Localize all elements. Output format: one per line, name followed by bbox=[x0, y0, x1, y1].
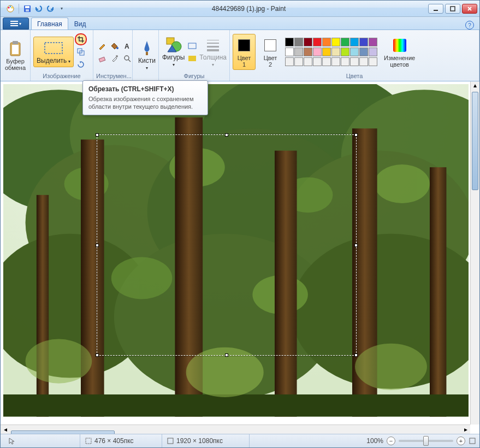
color1-button[interactable]: Цвет 1 bbox=[233, 34, 256, 70]
svg-rect-13 bbox=[13, 41, 18, 44]
tab-home[interactable]: Главная bbox=[31, 17, 68, 30]
svg-rect-61 bbox=[168, 438, 173, 444]
redo-icon[interactable] bbox=[46, 4, 55, 13]
zoom-label: 100% bbox=[366, 437, 383, 445]
color-swatch[interactable] bbox=[285, 48, 294, 56]
text-tool-icon[interactable]: A bbox=[121, 40, 133, 52]
color-swatch[interactable] bbox=[359, 38, 368, 46]
svg-rect-55 bbox=[430, 167, 446, 416]
color-swatch[interactable] bbox=[313, 48, 322, 56]
select-button[interactable]: Выделить ▾ bbox=[33, 37, 74, 67]
eraser-tool-icon[interactable] bbox=[96, 52, 108, 64]
statusbar: 476 × 405пкс 1920 × 1080пкс 100% − + bbox=[1, 434, 479, 447]
fill-tool-icon[interactable] bbox=[109, 40, 121, 52]
file-menu-button[interactable]: ▾ bbox=[3, 17, 29, 30]
color-swatch[interactable] bbox=[331, 48, 340, 56]
color-swatch[interactable] bbox=[350, 48, 359, 56]
color-swatch[interactable] bbox=[369, 57, 377, 66]
color-swatch[interactable] bbox=[350, 38, 359, 46]
color-swatch[interactable] bbox=[341, 48, 349, 56]
svg-rect-23 bbox=[146, 52, 148, 55]
svg-rect-62 bbox=[470, 438, 475, 444]
color-swatch[interactable] bbox=[285, 57, 294, 66]
edit-colors-button[interactable]: Изменение цветов bbox=[381, 34, 418, 70]
horizontal-scrollbar[interactable]: ◂ ▸ bbox=[1, 425, 470, 434]
resize-button[interactable] bbox=[75, 46, 87, 58]
zoom-out-button[interactable]: − bbox=[387, 437, 395, 445]
svg-rect-15 bbox=[45, 43, 62, 54]
qat-customize-icon[interactable]: ▾ bbox=[57, 4, 66, 13]
pencil-tool-icon[interactable] bbox=[96, 40, 108, 52]
zoom-control: 100% − + bbox=[366, 437, 476, 445]
color-swatch[interactable] bbox=[341, 57, 349, 66]
shape-fill-icon[interactable] bbox=[186, 52, 198, 64]
crop-button[interactable] bbox=[75, 33, 87, 45]
svg-rect-10 bbox=[10, 23, 18, 24]
color-swatch[interactable] bbox=[304, 38, 312, 46]
canvas-area[interactable]: ◂ ▸ ▴ bbox=[1, 81, 479, 434]
zoom-in-button[interactable]: + bbox=[457, 437, 465, 445]
color-swatch[interactable] bbox=[304, 57, 312, 66]
color-swatch[interactable] bbox=[322, 38, 331, 46]
rotate-button[interactable] bbox=[75, 58, 87, 70]
svg-point-57 bbox=[26, 339, 92, 384]
save-icon[interactable] bbox=[23, 4, 32, 13]
ribbon-tabs: ▾ Главная Вид ? bbox=[1, 17, 479, 30]
color-swatch[interactable] bbox=[285, 38, 294, 46]
picker-tool-icon[interactable] bbox=[109, 52, 121, 64]
color2-button[interactable]: Цвет 2 bbox=[259, 34, 282, 70]
svg-rect-14 bbox=[12, 45, 19, 54]
selection-rect[interactable] bbox=[97, 134, 357, 356]
zoom-slider[interactable] bbox=[399, 440, 453, 442]
svg-rect-5 bbox=[25, 6, 29, 8]
svg-point-22 bbox=[125, 56, 129, 60]
svg-rect-20 bbox=[99, 57, 105, 62]
vertical-scrollbar[interactable]: ▴ bbox=[470, 81, 479, 425]
cursor-pos-section bbox=[4, 434, 80, 447]
color-swatch[interactable] bbox=[341, 38, 349, 46]
color-swatch[interactable] bbox=[359, 57, 368, 66]
help-icon[interactable]: ? bbox=[465, 21, 474, 30]
color-swatch[interactable] bbox=[359, 48, 368, 56]
minimize-button[interactable] bbox=[428, 4, 443, 14]
close-button[interactable] bbox=[462, 4, 477, 14]
color-swatch[interactable] bbox=[294, 57, 303, 66]
ribbon: Буфер обмена Выделить ▾ bbox=[1, 30, 479, 81]
maximize-button[interactable] bbox=[445, 4, 460, 14]
svg-text:A: A bbox=[125, 43, 129, 50]
brushes-button[interactable]: Кисти▾ bbox=[135, 37, 158, 74]
shape-outline-icon[interactable] bbox=[186, 40, 198, 52]
clipboard-paste-button[interactable]: Буфер обмена bbox=[3, 37, 27, 73]
image-size-section: 1920 × 1080пкс bbox=[162, 434, 250, 447]
thickness-button[interactable]: Толщина▾ bbox=[199, 33, 227, 70]
titlebar: ▾ 484429689 (1).jpg - Paint bbox=[1, 1, 479, 17]
svg-rect-56 bbox=[3, 394, 469, 417]
svg-point-3 bbox=[11, 7, 13, 8]
shapes-button[interactable]: Фигуры▾ bbox=[162, 33, 185, 70]
svg-rect-29 bbox=[207, 43, 219, 44]
color-swatch[interactable] bbox=[322, 57, 331, 66]
svg-rect-60 bbox=[86, 438, 91, 444]
fullscreen-icon[interactable] bbox=[469, 437, 476, 445]
svg-point-21 bbox=[116, 55, 118, 57]
color-swatch[interactable] bbox=[350, 57, 359, 66]
zoom-tool-icon[interactable] bbox=[121, 52, 133, 64]
svg-rect-30 bbox=[207, 46, 219, 48]
undo-icon[interactable] bbox=[34, 4, 43, 13]
tab-view[interactable]: Вид bbox=[68, 17, 92, 30]
svg-rect-27 bbox=[188, 56, 196, 61]
svg-rect-32 bbox=[393, 39, 406, 52]
color-swatch[interactable] bbox=[313, 38, 322, 46]
color-swatch[interactable] bbox=[369, 48, 377, 56]
color-swatch[interactable] bbox=[304, 48, 312, 56]
color-swatch[interactable] bbox=[294, 48, 303, 56]
svg-point-47 bbox=[375, 164, 430, 203]
color-swatch[interactable] bbox=[294, 38, 303, 46]
svg-point-2 bbox=[10, 5, 11, 7]
color-swatch[interactable] bbox=[322, 48, 331, 56]
color-swatch[interactable] bbox=[331, 38, 340, 46]
svg-point-18 bbox=[116, 47, 118, 49]
color-swatch[interactable] bbox=[313, 57, 322, 66]
color-swatch[interactable] bbox=[331, 57, 340, 66]
color-swatch[interactable] bbox=[369, 38, 377, 46]
